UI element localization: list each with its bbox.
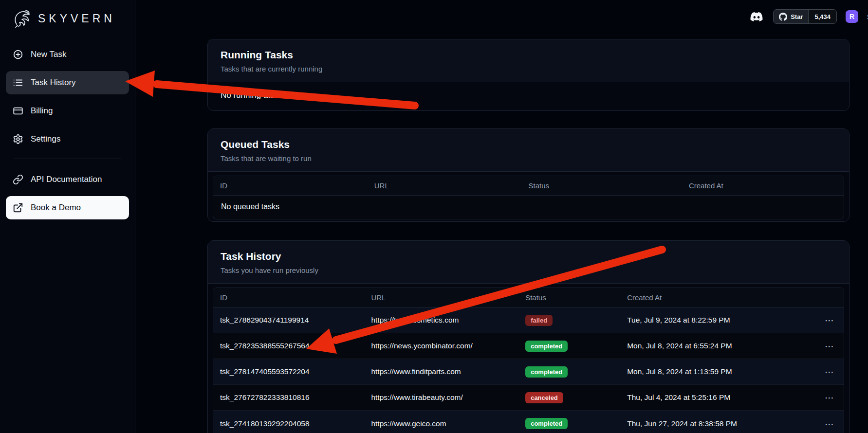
link-icon: [13, 174, 23, 185]
github-star-label: Star: [791, 13, 803, 20]
running-tasks-empty-message: No running tasks: [208, 82, 849, 108]
card-title: Running Tasks: [221, 49, 836, 61]
sidebar-item-task-history[interactable]: Task History: [6, 71, 129, 94]
row-actions-button[interactable]: ⋯: [822, 391, 837, 404]
task-url: https://www.geico.com: [371, 419, 525, 428]
table-row[interactable]: tsk_278147405593572204 https://www.findi…: [213, 359, 844, 385]
running-tasks-header: Running Tasks Tasks that are currently r…: [208, 39, 849, 82]
sidebar-item-settings[interactable]: Settings: [6, 127, 129, 151]
row-actions-button[interactable]: ⋯: [822, 340, 837, 352]
running-tasks-card: Running Tasks Tasks that are currently r…: [207, 39, 850, 111]
brand-logo[interactable]: SKYVERN: [0, 0, 135, 34]
task-id: tsk_274180139292204058: [220, 419, 371, 428]
table-header-row: ID URL Status Created At: [213, 288, 844, 307]
table-row[interactable]: tsk_274180139292204058 https://www.geico…: [213, 411, 844, 433]
column-header-id: ID: [220, 293, 371, 302]
row-actions-button[interactable]: ⋯: [822, 365, 837, 378]
sidebar-item-api-documentation[interactable]: API Documentation: [6, 168, 129, 191]
task-created-at: Thu, Jul 4, 2024 at 5:25:16 PM: [627, 393, 784, 402]
card-subtitle: Tasks that are currently running: [221, 65, 836, 73]
sidebar-item-label: New Task: [31, 50, 66, 59]
sidebar-item-label: Billing: [31, 106, 53, 116]
plus-circle-icon: [13, 49, 23, 60]
card-title: Queued Tasks: [221, 139, 836, 150]
column-header-id: ID: [220, 181, 374, 190]
card-subtitle: Tasks that are waiting to run: [221, 154, 836, 162]
gear-icon: [13, 134, 23, 144]
task-history-header: Task History Tasks you have run previous…: [208, 241, 849, 284]
task-created-at: Mon, Jul 8, 2024 at 1:13:59 PM: [627, 367, 784, 376]
sidebar-item-new-task[interactable]: New Task: [6, 43, 129, 66]
column-header-created-at: Created At: [689, 181, 837, 190]
status-badge: completed: [525, 418, 568, 429]
task-created-at: Thu, Jun 27, 2024 at 8:38:58 PM: [627, 419, 784, 428]
task-id: tsk_278629043741199914: [220, 316, 371, 325]
task-history-table: ID URL Status Created At tsk_27862904374…: [213, 288, 844, 433]
github-star-button[interactable]: Star 5,434: [773, 9, 837, 24]
queued-tasks-table: ID URL Status Created At No queued tasks: [213, 176, 844, 219]
task-id: tsk_276727822333810816: [220, 393, 371, 402]
status-badge: completed: [525, 341, 568, 352]
task-created-at: Tue, Jul 9, 2024 at 8:22:59 PM: [627, 316, 784, 325]
sidebar-item-billing[interactable]: Billing: [6, 99, 129, 123]
card-subtitle: Tasks you have run previously: [221, 266, 836, 274]
status-badge: completed: [525, 366, 568, 378]
queued-tasks-empty-message: No queued tasks: [213, 196, 844, 219]
sidebar-item-label: Book a Demo: [31, 203, 81, 213]
column-header-created-at: Created At: [627, 293, 784, 302]
column-header-status: Status: [525, 293, 627, 302]
task-url: https://www.finditparts.com: [371, 367, 525, 376]
sidebar-item-label: Task History: [31, 78, 76, 88]
task-id: tsk_278147405593572204: [220, 367, 371, 376]
task-history-card: Task History Tasks you have run previous…: [207, 240, 850, 433]
credit-card-icon: [13, 106, 23, 116]
task-created-at: Mon, Jul 8, 2024 at 6:55:24 PM: [627, 342, 784, 350]
task-id: tsk_278235388555267564: [220, 342, 371, 350]
status-badge: failed: [525, 315, 553, 326]
sidebar: SKYVERN New Task Task History Billing Se…: [0, 0, 135, 433]
sidebar-item-book-a-demo[interactable]: Book a Demo: [6, 196, 129, 219]
discord-icon[interactable]: [749, 11, 764, 23]
row-actions-button[interactable]: ⋯: [822, 417, 837, 430]
external-link-icon: [13, 202, 23, 213]
table-row[interactable]: tsk_276727822333810816 https://www.tirab…: [213, 385, 844, 411]
column-header-url: URL: [374, 181, 529, 190]
column-header-status: Status: [529, 181, 689, 190]
github-icon: [779, 13, 787, 21]
task-url: https://tartecosmetics.com: [371, 316, 525, 325]
brand-name: SKYVERN: [38, 12, 115, 25]
skyvern-dragon-icon: [12, 8, 33, 29]
table-header-row: ID URL Status Created At: [213, 176, 844, 196]
sidebar-item-label: API Documentation: [31, 175, 102, 184]
column-header-url: URL: [371, 293, 525, 302]
table-row[interactable]: tsk_278629043741199914 https://tartecosm…: [213, 307, 844, 333]
table-row[interactable]: tsk_278235388555267564 https://news.ycom…: [213, 333, 844, 359]
row-actions-button[interactable]: ⋯: [822, 314, 837, 326]
github-star-count: 5,434: [808, 10, 836, 23]
topbar: Star 5,434 R S: [749, 9, 868, 24]
sidebar-item-label: Settings: [31, 134, 60, 144]
main-content: Running Tasks Tasks that are currently r…: [135, 0, 868, 433]
list-icon: [13, 77, 23, 88]
avatar[interactable]: R: [846, 10, 858, 23]
queued-tasks-header: Queued Tasks Tasks that are waiting to r…: [208, 129, 849, 172]
task-url: https://news.ycombinator.com/: [371, 342, 525, 350]
queued-tasks-card: Queued Tasks Tasks that are waiting to r…: [207, 128, 850, 222]
status-badge: canceled: [525, 392, 563, 403]
task-url: https://www.tirabeauty.com/: [371, 393, 525, 402]
sidebar-nav: New Task Task History Billing Settings: [0, 34, 135, 219]
sidebar-divider: [14, 159, 121, 159]
card-title: Task History: [221, 251, 836, 262]
